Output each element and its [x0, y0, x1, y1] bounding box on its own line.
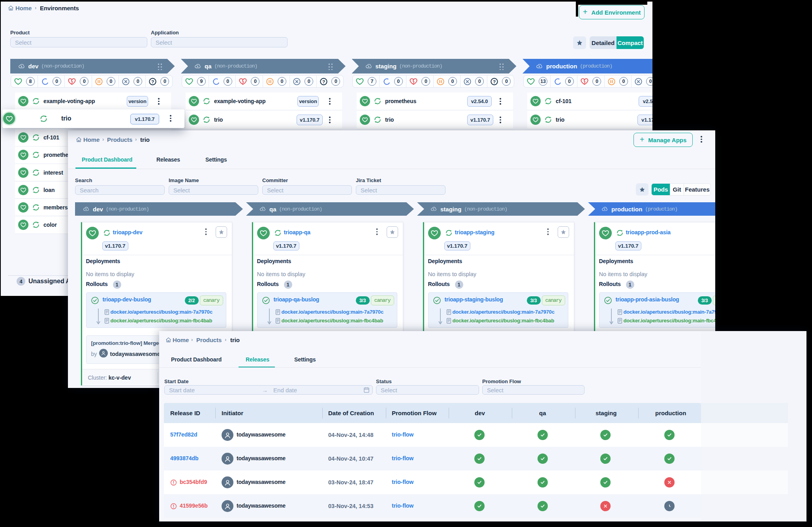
svg-text:?: ? [322, 79, 325, 84]
svg-text:?: ? [493, 79, 496, 84]
svg-text:?: ? [151, 79, 154, 84]
